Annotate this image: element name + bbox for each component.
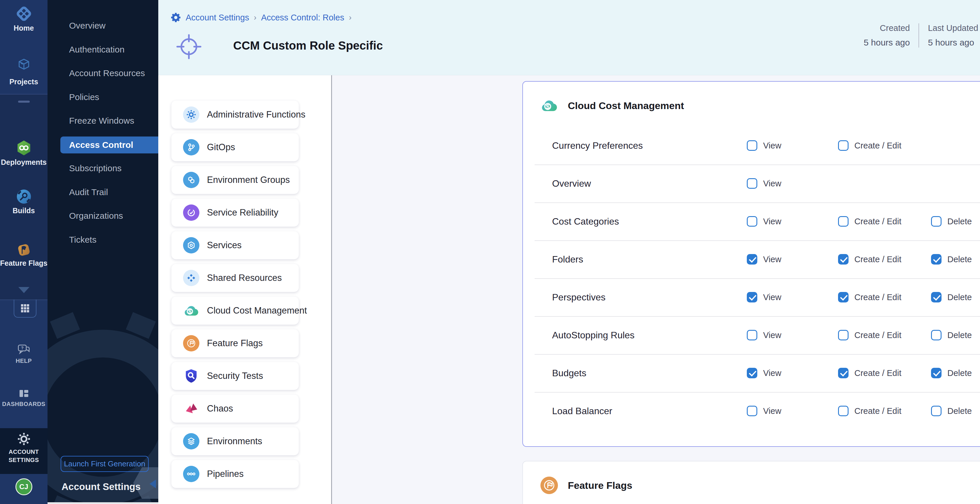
permission-label: View: [763, 179, 781, 188]
rail-item-help[interactable]: ?: [0, 344, 48, 356]
checkbox-delete-cost-categories[interactable]: [931, 216, 942, 226]
category-card-service-reliability[interactable]: Service Reliability: [172, 199, 299, 226]
permission-view-autostopping-rules: View: [747, 330, 781, 340]
category-card-label: Cloud Cost Management: [207, 305, 307, 316]
permission-row-folders: FoldersViewCreate / EditDelete: [523, 240, 980, 278]
checkbox-create-edit-currency-preferences[interactable]: [838, 140, 848, 151]
avatar[interactable]: CJ: [16, 478, 32, 495]
permission-create-edit-perspectives: Create / Edit: [838, 292, 901, 303]
category-card-chaos[interactable]: Chaos: [172, 395, 299, 423]
breadcrumb-account-settings[interactable]: Account Settings: [186, 13, 249, 22]
svg-text:?: ?: [21, 346, 24, 350]
apps-grid-icon: [20, 303, 30, 313]
menu-item-overview[interactable]: Overview: [48, 14, 158, 38]
rail-item-label: ACCOUNT: [0, 448, 48, 455]
category-card-administrative-functions[interactable]: Administrative Functions: [172, 100, 299, 129]
category-card-pipelines[interactable]: Pipelines: [172, 460, 299, 488]
rail-item-dashboards[interactable]: [0, 388, 48, 400]
permission-row-cost-categories: Cost CategoriesViewCreate / EditDelete: [523, 203, 980, 240]
help-icon: ?: [0, 344, 48, 356]
checkbox-view-autostopping-rules[interactable]: [747, 330, 757, 340]
cloud-cost-management-icon: $: [183, 303, 199, 319]
category-card-label: Administrative Functions: [207, 109, 305, 120]
checkbox-view-overview[interactable]: [747, 178, 757, 189]
category-card-environment-groups[interactable]: Environment Groups: [172, 166, 299, 194]
checkbox-view-folders[interactable]: [747, 254, 757, 265]
checkbox-view-budgets[interactable]: [747, 368, 757, 378]
rail-item-home[interactable]: [0, 4, 48, 23]
checkbox-delete-load-balancer[interactable]: [931, 406, 942, 416]
menu-item-audit-trail[interactable]: Audit Trail: [48, 180, 158, 204]
permission-delete-load-balancer: Delete: [931, 406, 972, 416]
checkbox-create-edit-budgets[interactable]: [838, 368, 848, 378]
category-card-services[interactable]: Services: [172, 231, 299, 259]
checkbox-create-edit-folders[interactable]: [838, 254, 848, 265]
checkbox-create-edit-perspectives[interactable]: [838, 292, 848, 303]
permission-row-budgets: BudgetsViewCreate / EditDelete: [523, 354, 980, 392]
checkbox-create-edit-autostopping-rules[interactable]: [838, 330, 848, 340]
permission-delete-budgets: Delete: [931, 368, 972, 378]
checkbox-delete-budgets[interactable]: [931, 368, 942, 378]
rail-item-builds[interactable]: [0, 188, 48, 205]
checkbox-delete-perspectives[interactable]: [931, 292, 942, 303]
menu-item-access-control[interactable]: Access Control: [60, 137, 158, 153]
menu-item-freeze-windows[interactable]: Freeze Windows: [48, 109, 158, 133]
checkbox-delete-autostopping-rules[interactable]: [931, 330, 942, 340]
collapse-panel-icon[interactable]: [150, 480, 156, 488]
menu-item-policies[interactable]: Policies: [48, 85, 158, 109]
checkbox-view-currency-preferences[interactable]: [747, 140, 757, 151]
menu-item-subscriptions[interactable]: Subscriptions: [48, 156, 158, 180]
permission-row-label: Budgets: [552, 368, 586, 379]
permission-row-label: Folders: [552, 254, 583, 265]
checkbox-create-edit-cost-categories[interactable]: [838, 216, 848, 226]
category-card-feature-flags[interactable]: Feature Flags: [172, 329, 299, 357]
checkbox-view-perspectives[interactable]: [747, 292, 757, 303]
dashboards-icon: [0, 388, 48, 400]
permission-view-load-balancer: View: [747, 406, 781, 416]
permission-label: Delete: [947, 255, 972, 264]
rail-item-label: Feature Flags: [0, 259, 48, 268]
rail-item-label: Builds: [0, 206, 48, 215]
permission-label: Delete: [947, 217, 972, 226]
category-card-shared-resources[interactable]: Shared Resources: [172, 264, 299, 292]
menu-item-tickets[interactable]: Tickets: [48, 228, 158, 252]
chevron-down-icon[interactable]: [18, 287, 29, 293]
launch-first-generation-button[interactable]: Launch First Generation: [60, 456, 149, 472]
rail-item-projects[interactable]: [0, 57, 48, 73]
permission-row-label: Overview: [552, 178, 591, 189]
home-icon: [0, 4, 48, 23]
permission-create-edit-load-balancer: Create / Edit: [838, 406, 901, 416]
rail-item-deployments[interactable]: [0, 139, 48, 156]
category-card-gitops[interactable]: GitOps: [172, 133, 299, 161]
security-tests-icon: [183, 368, 199, 384]
menu-item-authentication[interactable]: Authentication: [48, 38, 158, 62]
environment-groups-icon: [183, 172, 199, 188]
chaos-icon: [183, 400, 199, 417]
gitops-icon: [183, 139, 199, 155]
category-card-cloud-cost-management[interactable]: $Cloud Cost Management: [172, 297, 299, 325]
permission-label: Delete: [947, 406, 972, 416]
module-picker-button[interactable]: [14, 300, 37, 317]
permission-view-perspectives: View: [747, 292, 781, 303]
last-updated-label: Last Updated: [928, 23, 978, 33]
menu-item-account-resources[interactable]: Account Resources: [48, 61, 158, 85]
cloud-cost-management-icon: $: [541, 97, 558, 114]
services-icon: [183, 237, 199, 254]
permission-row-autostopping-rules: AutoStopping RulesViewCreate / EditDelet…: [523, 316, 980, 354]
deployments-icon: [0, 139, 48, 156]
category-card-security-tests[interactable]: Security Tests: [172, 362, 299, 390]
category-card-environments[interactable]: Environments: [172, 427, 299, 455]
rail-item-account-settings[interactable]: [0, 432, 48, 446]
checkbox-view-load-balancer[interactable]: [747, 406, 757, 416]
feature-flags-icon: [183, 335, 199, 351]
checkbox-create-edit-load-balancer[interactable]: [838, 406, 848, 416]
rail-item-feature-flags[interactable]: [0, 241, 48, 258]
checkbox-view-cost-categories[interactable]: [747, 216, 757, 226]
breadcrumb-access-control-roles[interactable]: Access Control: Roles: [261, 13, 344, 22]
permission-label: Delete: [947, 368, 972, 378]
checkbox-delete-folders[interactable]: [931, 254, 942, 265]
permission-view-overview: View: [747, 178, 781, 189]
menu-item-organizations[interactable]: Organizations: [48, 204, 158, 228]
svg-text:$: $: [546, 103, 550, 110]
pipelines-icon: [183, 466, 199, 482]
